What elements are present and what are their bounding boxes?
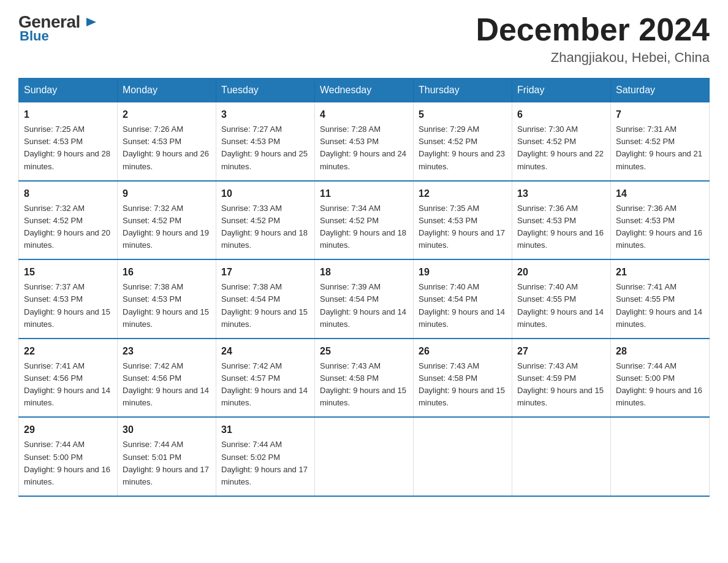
calendar-cell: 1Sunrise: 7:25 AMSunset: 4:53 PMDaylight… (19, 102, 118, 181)
calendar-cell: 29Sunrise: 7:44 AMSunset: 5:00 PMDayligh… (19, 417, 118, 496)
logo-blue-text: Blue (20, 28, 49, 44)
calendar-cell: 23Sunrise: 7:42 AMSunset: 4:56 PMDayligh… (118, 339, 216, 418)
day-info: Sunrise: 7:36 AMSunset: 4:53 PMDaylight:… (616, 202, 704, 252)
calendar-cell: 19Sunrise: 7:40 AMSunset: 4:54 PMDayligh… (414, 259, 512, 339)
calendar-cell: 18Sunrise: 7:39 AMSunset: 4:54 PMDayligh… (315, 259, 414, 339)
day-number: 18 (320, 265, 408, 280)
calendar-cell: 28Sunrise: 7:44 AMSunset: 5:00 PMDayligh… (611, 339, 710, 418)
header-monday: Monday (118, 79, 216, 102)
calendar-cell: 26Sunrise: 7:43 AMSunset: 4:58 PMDayligh… (414, 339, 512, 418)
day-info: Sunrise: 7:37 AMSunset: 4:53 PMDaylight:… (24, 281, 112, 331)
calendar-cell: 8Sunrise: 7:32 AMSunset: 4:52 PMDaylight… (19, 181, 118, 260)
day-number: 7 (616, 107, 704, 122)
calendar-body: 1Sunrise: 7:25 AMSunset: 4:53 PMDaylight… (19, 102, 710, 496)
day-info: Sunrise: 7:34 AMSunset: 4:52 PMDaylight:… (320, 202, 408, 252)
day-number: 12 (419, 186, 507, 201)
day-info: Sunrise: 7:27 AMSunset: 4:53 PMDaylight:… (221, 123, 309, 173)
calendar-cell (414, 417, 512, 496)
day-number: 23 (123, 344, 211, 359)
day-info: Sunrise: 7:41 AMSunset: 4:56 PMDaylight:… (24, 360, 112, 410)
header-wednesday: Wednesday (315, 79, 414, 102)
calendar-header: Sunday Monday Tuesday Wednesday Thursday… (19, 79, 710, 102)
calendar-cell: 3Sunrise: 7:27 AMSunset: 4:53 PMDaylight… (216, 102, 315, 181)
day-number: 1 (24, 107, 112, 122)
calendar-cell (611, 417, 710, 496)
day-number: 22 (24, 344, 112, 359)
day-info: Sunrise: 7:33 AMSunset: 4:52 PMDaylight:… (221, 202, 309, 252)
title-month-year: December 2024 (476, 12, 710, 47)
day-number: 3 (221, 107, 309, 122)
day-number: 11 (320, 186, 408, 201)
day-number: 9 (123, 186, 211, 201)
calendar-cell: 17Sunrise: 7:38 AMSunset: 4:54 PMDayligh… (216, 259, 315, 339)
day-number: 4 (320, 107, 408, 122)
day-number: 28 (616, 344, 704, 359)
calendar-cell: 6Sunrise: 7:30 AMSunset: 4:52 PMDaylight… (512, 102, 611, 181)
day-number: 24 (221, 344, 309, 359)
day-info: Sunrise: 7:32 AMSunset: 4:52 PMDaylight:… (24, 202, 112, 252)
day-info: Sunrise: 7:31 AMSunset: 4:52 PMDaylight:… (616, 123, 704, 173)
day-info: Sunrise: 7:42 AMSunset: 4:57 PMDaylight:… (221, 360, 309, 410)
calendar-cell: 13Sunrise: 7:36 AMSunset: 4:53 PMDayligh… (512, 181, 611, 260)
header-friday: Friday (512, 79, 611, 102)
calendar-cell: 20Sunrise: 7:40 AMSunset: 4:55 PMDayligh… (512, 259, 611, 339)
calendar-cell: 11Sunrise: 7:34 AMSunset: 4:52 PMDayligh… (315, 181, 414, 260)
day-info: Sunrise: 7:25 AMSunset: 4:53 PMDaylight:… (24, 123, 112, 173)
calendar-cell: 22Sunrise: 7:41 AMSunset: 4:56 PMDayligh… (19, 339, 118, 418)
calendar-cell: 12Sunrise: 7:35 AMSunset: 4:53 PMDayligh… (414, 181, 512, 260)
calendar-cell: 14Sunrise: 7:36 AMSunset: 4:53 PMDayligh… (611, 181, 710, 260)
calendar-cell: 25Sunrise: 7:43 AMSunset: 4:58 PMDayligh… (315, 339, 414, 418)
svg-marker-0 (86, 18, 96, 26)
day-number: 27 (517, 344, 605, 359)
day-number: 5 (419, 107, 507, 122)
calendar-table: Sunday Monday Tuesday Wednesday Thursday… (18, 78, 710, 497)
day-info: Sunrise: 7:43 AMSunset: 4:58 PMDaylight:… (419, 360, 507, 410)
calendar-cell: 7Sunrise: 7:31 AMSunset: 4:52 PMDaylight… (611, 102, 710, 181)
day-number: 31 (221, 423, 309, 437)
day-info: Sunrise: 7:38 AMSunset: 4:53 PMDaylight:… (123, 281, 211, 331)
calendar-week-row: 22Sunrise: 7:41 AMSunset: 4:56 PMDayligh… (19, 339, 710, 418)
day-info: Sunrise: 7:44 AMSunset: 5:01 PMDaylight:… (123, 439, 211, 488)
calendar-cell: 24Sunrise: 7:42 AMSunset: 4:57 PMDayligh… (216, 339, 315, 418)
day-info: Sunrise: 7:35 AMSunset: 4:53 PMDaylight:… (419, 202, 507, 252)
day-number: 21 (616, 265, 704, 280)
calendar-cell: 10Sunrise: 7:33 AMSunset: 4:52 PMDayligh… (216, 181, 315, 260)
calendar-week-row: 15Sunrise: 7:37 AMSunset: 4:53 PMDayligh… (19, 259, 710, 339)
title-location: Zhangjiakou, Hebei, China (476, 50, 710, 66)
day-info: Sunrise: 7:43 AMSunset: 4:58 PMDaylight:… (320, 360, 408, 410)
calendar-cell: 31Sunrise: 7:44 AMSunset: 5:02 PMDayligh… (216, 417, 315, 496)
calendar-cell: 30Sunrise: 7:44 AMSunset: 5:01 PMDayligh… (118, 417, 216, 496)
day-number: 14 (616, 186, 704, 201)
day-info: Sunrise: 7:41 AMSunset: 4:55 PMDaylight:… (616, 281, 704, 331)
day-number: 20 (517, 265, 605, 280)
calendar-cell: 4Sunrise: 7:28 AMSunset: 4:53 PMDaylight… (315, 102, 414, 181)
header-tuesday: Tuesday (216, 79, 315, 102)
header-sunday: Sunday (19, 79, 118, 102)
day-info: Sunrise: 7:30 AMSunset: 4:52 PMDaylight:… (517, 123, 605, 173)
day-number: 26 (419, 344, 507, 359)
day-info: Sunrise: 7:26 AMSunset: 4:53 PMDaylight:… (123, 123, 211, 173)
calendar-cell: 2Sunrise: 7:26 AMSunset: 4:53 PMDaylight… (118, 102, 216, 181)
page-header: General Blue December 2024 Zhangjiakou, … (18, 12, 710, 66)
day-number: 15 (24, 265, 112, 280)
day-info: Sunrise: 7:44 AMSunset: 5:02 PMDaylight:… (221, 439, 309, 488)
calendar-cell: 16Sunrise: 7:38 AMSunset: 4:53 PMDayligh… (118, 259, 216, 339)
day-info: Sunrise: 7:32 AMSunset: 4:52 PMDaylight:… (123, 202, 211, 252)
day-info: Sunrise: 7:40 AMSunset: 4:55 PMDaylight:… (517, 281, 605, 331)
header-row: Sunday Monday Tuesday Wednesday Thursday… (19, 79, 710, 102)
header-saturday: Saturday (611, 79, 710, 102)
day-number: 29 (24, 423, 112, 437)
day-number: 10 (221, 186, 309, 201)
calendar-week-row: 8Sunrise: 7:32 AMSunset: 4:52 PMDaylight… (19, 181, 710, 260)
calendar-week-row: 29Sunrise: 7:44 AMSunset: 5:00 PMDayligh… (19, 417, 710, 496)
calendar-cell (512, 417, 611, 496)
calendar-cell: 27Sunrise: 7:43 AMSunset: 4:59 PMDayligh… (512, 339, 611, 418)
day-number: 6 (517, 107, 605, 122)
day-number: 25 (320, 344, 408, 359)
day-info: Sunrise: 7:42 AMSunset: 4:56 PMDaylight:… (123, 360, 211, 410)
day-number: 19 (419, 265, 507, 280)
day-info: Sunrise: 7:44 AMSunset: 5:00 PMDaylight:… (24, 439, 112, 488)
day-number: 13 (517, 186, 605, 201)
title-block: December 2024 Zhangjiakou, Hebei, China (476, 12, 710, 66)
day-number: 16 (123, 265, 211, 280)
